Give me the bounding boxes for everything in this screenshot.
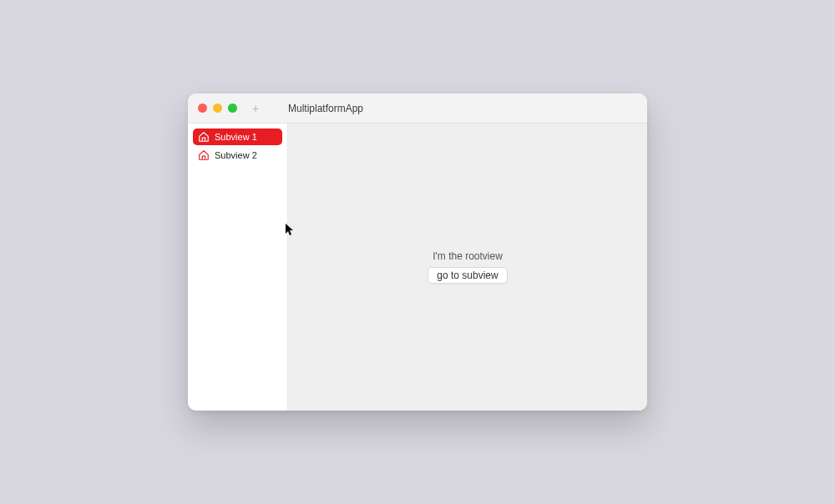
app-window: + MultiplatformApp Subview 1 Subview 2 I…: [188, 93, 647, 411]
go-to-subview-button[interactable]: go to subview: [428, 267, 507, 284]
window-title: MultiplatformApp: [288, 103, 363, 114]
content-area: I'm the rootview go to subview: [288, 123, 647, 411]
traffic-lights: +: [188, 102, 288, 115]
root-text: I'm the rootview: [433, 250, 503, 262]
minimize-icon[interactable]: [213, 103, 222, 113]
close-icon[interactable]: [198, 103, 207, 113]
maximize-icon[interactable]: [228, 103, 237, 113]
sidebar-item-subview-1[interactable]: Subview 1: [193, 129, 282, 145]
window-body: Subview 1 Subview 2 I'm the rootview go …: [188, 123, 647, 411]
sidebar-item-subview-2[interactable]: Subview 2: [193, 147, 282, 164]
titlebar: + MultiplatformApp: [188, 93, 647, 123]
house-icon: [198, 149, 210, 161]
house-icon: [198, 131, 210, 143]
sidebar-item-label: Subview 1: [215, 132, 257, 142]
sidebar: Subview 1 Subview 2: [188, 123, 288, 411]
add-tab-button[interactable]: +: [250, 102, 261, 115]
sidebar-item-label: Subview 2: [215, 150, 257, 160]
